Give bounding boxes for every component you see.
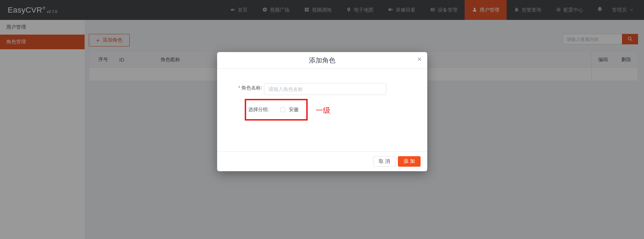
required-asterisk: * (238, 85, 240, 90)
role-name-label: *角色名称: (217, 85, 262, 91)
annotation-level-text: 一级 (316, 106, 330, 115)
group-anhui-checkbox[interactable] (280, 107, 285, 112)
dialog-header: 添加角色 × (217, 52, 427, 69)
group-select-label: 选择分组: (248, 107, 269, 113)
group-option-anhui: 安徽 (289, 107, 299, 113)
dialog-footer: 取 消 添 加 (217, 151, 427, 171)
add-role-dialog: 添加角色 × *角色名称: 选择分组: 安徽 一级 取 消 添 加 (217, 52, 427, 171)
dialog-body: *角色名称: 选择分组: 安徽 一级 (217, 69, 427, 151)
annotation-highlight-box: 选择分组: 安徽 (245, 99, 308, 121)
dialog-title: 添加角色 (309, 56, 336, 65)
role-name-input[interactable] (264, 83, 386, 95)
close-icon[interactable]: × (417, 56, 422, 63)
submit-add-button[interactable]: 添 加 (398, 156, 421, 167)
cancel-button[interactable]: 取 消 (373, 156, 396, 167)
